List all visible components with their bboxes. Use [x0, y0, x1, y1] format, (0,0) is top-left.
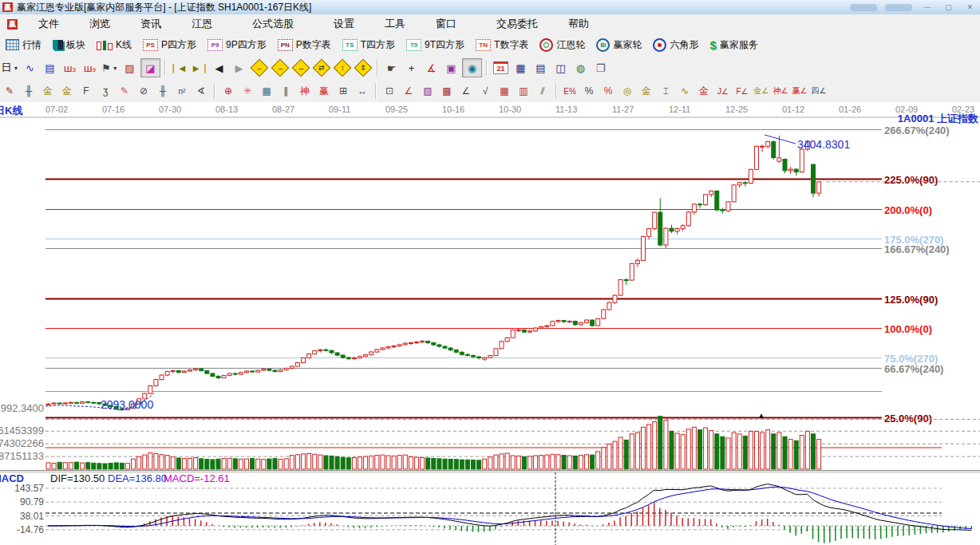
- angle-f-tool[interactable]: F∠: [733, 83, 751, 99]
- angle-shen-tool[interactable]: 神∠: [772, 83, 789, 99]
- red-grid-tool-1[interactable]: ▦: [496, 83, 513, 99]
- menu-item-4[interactable]: 江恩: [182, 14, 222, 34]
- goto-first-button[interactable]: ▏◀: [170, 59, 188, 77]
- e-percent-tool[interactable]: E%: [561, 83, 579, 99]
- p9-square-button[interactable]: P99P四方形: [202, 38, 272, 52]
- t-digit-table-button[interactable]: TNT数字表: [470, 38, 534, 52]
- hand-drag-tool[interactable]: ☛: [382, 59, 401, 77]
- calendar-21-button[interactable]: 21: [492, 59, 510, 77]
- gold-gate-tool-2[interactable]: 金: [58, 83, 76, 99]
- angle-si-tool[interactable]: 四∠: [810, 83, 828, 99]
- f-ruler-tool[interactable]: F: [77, 83, 95, 99]
- fit-all-diamond[interactable]: ⇕: [354, 59, 373, 77]
- ying-tool[interactable]: 赢: [315, 83, 333, 99]
- prev-button[interactable]: ◀: [210, 59, 228, 77]
- flag-marker-dropdown[interactable]: ⚑▼: [101, 59, 119, 77]
- menu-item-3[interactable]: 资讯: [131, 14, 171, 34]
- winner-wheel-button[interactable]: Bi赢家轮: [591, 38, 647, 52]
- red-fan-tool[interactable]: ∠: [400, 83, 417, 99]
- ruler-123-tool[interactable]: ⊞: [334, 83, 352, 99]
- pattern-icon[interactable]: ▨: [121, 59, 139, 77]
- purple-box-tool[interactable]: ▧: [419, 83, 437, 99]
- p-square-button[interactable]: PSP四方形: [137, 38, 202, 52]
- pan-right-diamond[interactable]: →: [271, 59, 290, 77]
- trend-zigzag-icon[interactable]: ∿: [21, 59, 39, 77]
- angle-j-tool[interactable]: J∠: [714, 83, 732, 99]
- save-button[interactable]: ◫: [551, 59, 570, 77]
- maximize-button[interactable]: ▢: [942, 2, 955, 12]
- shen-tool[interactable]: 神: [296, 83, 314, 99]
- goto-last-button[interactable]: ▶▕: [190, 59, 208, 77]
- gift-box-tool[interactable]: ▣: [442, 59, 460, 77]
- target-circle-tool[interactable]: ⊕: [219, 83, 237, 99]
- wave-gold-tool[interactable]: ∿: [676, 83, 694, 99]
- period-day-dropdown[interactable]: 日▼: [1, 59, 19, 77]
- export-web-button[interactable]: ◍: [571, 59, 590, 77]
- expand-vertical-diamond[interactable]: ↕: [333, 59, 352, 77]
- parallel-lines-tool[interactable]: ∥: [277, 83, 294, 99]
- gold-circle-tool[interactable]: ◎: [618, 83, 636, 99]
- p-digit-table-button[interactable]: PNP数字表: [272, 38, 337, 52]
- check-line-tool[interactable]: √: [476, 83, 494, 99]
- zoom-out-diamond[interactable]: ↔: [291, 59, 310, 77]
- menu-item-10[interactable]: 帮助: [559, 14, 599, 34]
- gold-lines-tool[interactable]: 金: [638, 83, 655, 99]
- gold-red-tool[interactable]: 金: [695, 83, 713, 99]
- slash-lines-tool[interactable]: ⫽: [534, 83, 551, 99]
- percent-lines-tool[interactable]: %: [599, 83, 617, 99]
- chart-area[interactable]: 日K线07-0207-1607-3008-1308-2709-1109-2510…: [0, 102, 980, 545]
- menu-item-7[interactable]: 工具: [375, 14, 415, 34]
- kline-button[interactable]: K线: [91, 38, 137, 52]
- menu-item-2[interactable]: 浏览: [80, 14, 120, 34]
- t9-square-button[interactable]: T99T四方形: [401, 38, 470, 52]
- angle-line-tool[interactable]: ∠: [457, 83, 475, 99]
- red-box-tool[interactable]: ▩: [438, 83, 456, 99]
- n-square-tool[interactable]: n²: [173, 83, 191, 99]
- time-grid-tool[interactable]: ╫: [154, 83, 172, 99]
- t-square-button[interactable]: TST四方形: [337, 38, 401, 52]
- quotes-button[interactable]: 行情: [0, 38, 47, 52]
- notes-button[interactable]: ▤: [531, 59, 550, 77]
- print-button[interactable]: ❐: [591, 59, 610, 77]
- zoom-in-diamond[interactable]: ⇄: [312, 59, 331, 77]
- angle-measure-tool[interactable]: ∡: [422, 59, 441, 77]
- angle-gold-tool[interactable]: 金∠: [753, 83, 770, 99]
- minute-3-bars-icon[interactable]: ш3: [61, 59, 79, 77]
- red-pen-tool[interactable]: ✎: [116, 83, 133, 99]
- next-button[interactable]: ▶: [230, 59, 248, 77]
- titlebar-shortcut-pill-1[interactable]: [850, 4, 877, 11]
- menu-item-1[interactable]: 文件: [29, 14, 69, 34]
- percent-tool[interactable]: %: [580, 83, 598, 99]
- angle-ying-tool[interactable]: 赢∠: [791, 83, 808, 99]
- crosshair-tool[interactable]: +: [402, 59, 421, 77]
- fan-tool[interactable]: ∢: [192, 83, 210, 99]
- menu-item-5[interactable]: 公式选股: [243, 14, 303, 34]
- close-button[interactable]: ✕: [963, 2, 977, 12]
- sectors-button[interactable]: 板块: [47, 38, 91, 52]
- spiral-tool[interactable]: ʒ: [97, 83, 114, 99]
- report-doc-icon[interactable]: ▤: [41, 59, 59, 77]
- width-arrows-tool[interactable]: ↔: [354, 83, 371, 99]
- smart-analysis-tool[interactable]: ◉: [462, 58, 482, 77]
- minimize-button[interactable]: —: [920, 2, 934, 12]
- box-select-tool[interactable]: ⊡: [381, 83, 398, 99]
- pen-tool[interactable]: ✎: [1, 83, 18, 99]
- calculator-button[interactable]: ▦: [512, 59, 530, 77]
- grid-lines-tool[interactable]: ╫: [20, 83, 38, 99]
- gold-gate-tool-1[interactable]: 金: [39, 83, 57, 99]
- ink-brush-tool[interactable]: ⌶: [657, 83, 674, 99]
- menu-item-9[interactable]: 交易委托: [487, 14, 547, 34]
- circle-divide-tool[interactable]: ⊘: [135, 83, 152, 99]
- gann-wheel-button[interactable]: 江恩轮: [534, 38, 591, 52]
- red-grid-tool-2[interactable]: ▥: [515, 83, 532, 99]
- menu-item-8[interactable]: 窗口: [426, 14, 466, 34]
- winner-service-button[interactable]: $赢家服务: [704, 38, 763, 52]
- pan-left-diamond[interactable]: ←: [250, 59, 269, 77]
- color-histogram-icon[interactable]: ◪: [140, 58, 160, 77]
- teal-grid-tool[interactable]: ▦: [258, 83, 275, 99]
- minute-9-bars-icon[interactable]: ш9: [81, 59, 99, 77]
- starburst-tool[interactable]: ✳: [239, 83, 256, 99]
- titlebar-shortcut-pill-2[interactable]: [885, 4, 912, 11]
- menu-item-6[interactable]: 设置: [324, 14, 364, 34]
- hexagon-button[interactable]: 六角形: [647, 38, 704, 52]
